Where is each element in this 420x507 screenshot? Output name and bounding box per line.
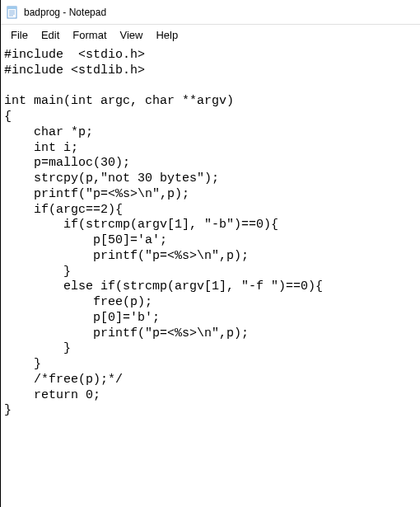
menu-format[interactable]: Format — [66, 27, 113, 43]
menubar: File Edit Format View Help — [1, 25, 420, 45]
svg-rect-1 — [7, 7, 16, 9]
menu-view[interactable]: View — [114, 27, 150, 43]
titlebar: badprog - Notepad — [1, 0, 420, 25]
window-title: badprog - Notepad — [24, 7, 106, 18]
menu-edit[interactable]: Edit — [35, 27, 66, 43]
notepad-icon — [6, 6, 19, 19]
menu-file[interactable]: File — [4, 27, 35, 43]
text-editor[interactable]: #include <stdio.h> #include <stdlib.h> i… — [1, 45, 420, 422]
menu-help[interactable]: Help — [149, 27, 184, 43]
